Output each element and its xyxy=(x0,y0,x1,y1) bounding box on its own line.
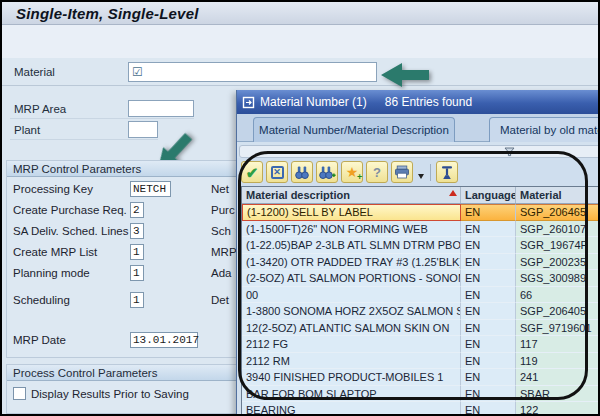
material-description-cell: (1-22.05)BAP 2-3LB ATL SLMN DTRM PBO VP xyxy=(242,237,461,254)
material-description-cell: (1-1200) SELL BY LABEL xyxy=(242,204,461,221)
parameter-input[interactable]: 1 xyxy=(130,292,144,308)
filter-funnel-icon[interactable] xyxy=(504,147,515,157)
section-title: Process Control Parameters xyxy=(13,367,157,379)
material-cell: SGS_300989 xyxy=(516,270,600,287)
table-row[interactable]: 2112 FGEN117 xyxy=(242,336,600,353)
language-cell: EN xyxy=(461,303,516,320)
language-cell: EN xyxy=(461,402,516,416)
material-cell: SGP_206465 xyxy=(516,204,600,221)
column-header-material[interactable]: Material xyxy=(516,187,600,203)
popup-title: Material Number (1) xyxy=(260,95,367,109)
find-icon xyxy=(294,165,310,180)
find-button[interactable] xyxy=(291,161,313,183)
parameter-label: SA Deliv. Sched. Lines xyxy=(13,225,129,237)
tab-material-by-old-material[interactable]: Material by old materi xyxy=(489,117,600,142)
table-row[interactable]: 00EN66 xyxy=(242,287,600,304)
table-row[interactable]: (1-1200) SELL BY LABELENSGP_206465 xyxy=(242,204,600,221)
parameter-right-label: Purc xyxy=(211,204,235,216)
table-row[interactable]: BAR FOR BOM SLAPTOPENSBAR xyxy=(242,386,600,403)
mrp-area-label: MRP Area xyxy=(14,103,66,115)
parameter-input[interactable]: 1 xyxy=(130,265,144,281)
cancel-button[interactable]: ✕ xyxy=(266,161,288,183)
material-pointer-arrow-icon xyxy=(381,60,431,90)
accept-icon: ✔ xyxy=(246,165,259,180)
table-row[interactable]: (1-22.05)BAP 2-3LB ATL SLMN DTRM PBO VPE… xyxy=(242,237,600,254)
print-dropdown-button[interactable] xyxy=(416,161,425,183)
material-cell: SGP_200235 xyxy=(516,254,600,271)
dropdown-caret-icon xyxy=(418,174,424,179)
language-cell: EN xyxy=(461,386,516,403)
parameter-input[interactable]: 2 xyxy=(130,202,144,218)
table-row[interactable]: (1-1500FT)26" NON FORMING WEBENSGP_26010… xyxy=(242,221,600,238)
help-button[interactable]: ? xyxy=(366,161,388,183)
display-results-label: Display Results Prior to Saving xyxy=(31,388,189,400)
mrp-area-input[interactable] xyxy=(128,100,194,117)
plant-input[interactable] xyxy=(128,121,158,138)
table-row[interactable]: 3940 FINISHED PRODUCT-MOBILES 1EN241 xyxy=(242,369,600,386)
parameter-right-label: Det xyxy=(211,294,229,306)
add-to-favorites-button[interactable]: ★+ xyxy=(341,161,363,183)
column-header-material-description[interactable]: Material description xyxy=(242,187,461,203)
material-description-cell: 2112 FG xyxy=(242,336,461,353)
parameter-right-label: MRP xyxy=(211,246,237,258)
accept-button[interactable]: ✔ xyxy=(241,161,263,183)
parameter-label: Processing Key xyxy=(13,183,93,195)
popup-toolbar: ✔✕★+? xyxy=(237,158,600,186)
material-cell: 66 xyxy=(516,287,600,304)
material-description-cell: (1-1500FT)26" NON FORMING WEB xyxy=(242,221,461,238)
table-row[interactable]: (1-3420) OTR PADDED TRAY #3 (1.25'BLK)EN… xyxy=(242,254,600,271)
window-titlebar: Single-Item, Single-Level xyxy=(2,2,598,25)
table-row[interactable]: 1-3800 SONOMA HORZ 2X5OZ SALMON SKONENSG… xyxy=(242,303,600,320)
table-header-row: Material descriptionLanguageMaterial xyxy=(242,187,600,204)
material-cell: 119 xyxy=(516,353,600,370)
parameter-label: Create Purchase Req. xyxy=(13,204,127,216)
find-next-icon xyxy=(319,165,336,180)
find-next-button[interactable] xyxy=(316,161,338,183)
material-cell: SBAR xyxy=(516,386,600,403)
parameter-input[interactable]: 3 xyxy=(130,223,144,239)
material-description-cell: 2112 RM xyxy=(242,353,461,370)
table-row[interactable]: 2112 RMEN119 xyxy=(242,353,600,370)
display-results-checkbox[interactable] xyxy=(13,387,26,400)
language-cell: EN xyxy=(461,320,516,337)
material-input[interactable]: ☑ xyxy=(128,62,377,82)
material-description-cell: (1-3420) OTR PADDED TRAY #3 (1.25'BLK) xyxy=(242,254,461,271)
language-cell: EN xyxy=(461,287,516,304)
parameter-input[interactable]: NETCH xyxy=(130,181,171,197)
parameter-label: Planning mode xyxy=(13,267,90,279)
popup-titlebar[interactable]: Material Number (1) 86 Entries found xyxy=(237,90,600,114)
parameter-right-label: Net xyxy=(211,183,229,195)
entries-found-text: 86 Entries found xyxy=(385,95,472,109)
language-cell: EN xyxy=(461,237,516,254)
parameter-label: Create MRP List xyxy=(13,246,97,258)
parameter-input[interactable]: 1 xyxy=(130,244,144,260)
material-cell: SGP_206405 xyxy=(516,303,600,320)
material-description-cell: 1-3800 SONOMA HORZ 2X5OZ SALMON SKON xyxy=(242,303,461,320)
toolbar-separator xyxy=(430,164,431,181)
table-row[interactable]: 12(2-5OZ) ATLANTIC SALMON SKIN ONENSGF_9… xyxy=(242,320,600,337)
help-icon: ? xyxy=(373,166,381,179)
column-header-language[interactable]: Language xyxy=(461,187,516,203)
parameter-label: MRP Date xyxy=(13,334,66,346)
language-cell: EN xyxy=(461,336,516,353)
parameter-right-label: Ada xyxy=(211,267,231,279)
print-icon xyxy=(394,165,410,179)
underline xyxy=(10,118,194,119)
personal-value-list-button[interactable] xyxy=(436,161,458,183)
material-description-cell: 12(2-5OZ) ATLANTIC SALMON SKIN ON xyxy=(242,320,461,337)
toolbar-band xyxy=(2,25,598,58)
table-row[interactable]: (2-5OZ) ATL SALMON PORTIONS - SONOMAENSG… xyxy=(242,270,600,287)
language-cell: EN xyxy=(461,353,516,370)
language-cell: EN xyxy=(461,204,516,221)
material-cell: 117 xyxy=(516,336,600,353)
parameter-label: Scheduling xyxy=(13,294,70,306)
language-cell: EN xyxy=(461,270,516,287)
cancel-icon: ✕ xyxy=(271,166,284,179)
parameter-input[interactable]: 13.01.2017 xyxy=(130,332,198,348)
table-row[interactable]: BEARINGEN122 xyxy=(242,402,600,416)
print-button[interactable] xyxy=(391,161,413,183)
sap-window: Single-Item, Single-Level Material ☑ MRP… xyxy=(0,0,600,416)
display-results-row: Display Results Prior to Saving xyxy=(13,387,189,400)
material-description-cell: (2-5OZ) ATL SALMON PORTIONS - SONOMA xyxy=(242,270,461,287)
tab-material-number-description[interactable]: Material Number/Material Description xyxy=(253,117,455,142)
